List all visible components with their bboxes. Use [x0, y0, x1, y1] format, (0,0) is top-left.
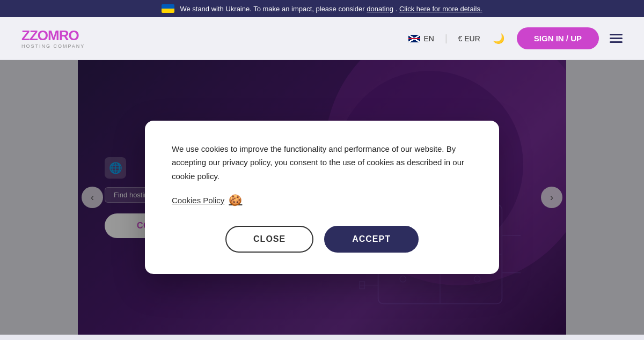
cookie-body-text: We use cookies to improve the functional…: [172, 142, 472, 183]
cookie-policy-label: Cookies Policy: [172, 196, 224, 205]
cookie-emoji: 🍪: [229, 194, 242, 206]
cookie-policy-link[interactable]: Cookies Policy 🍪: [172, 194, 242, 206]
logo-subtitle: HOSTING COMPANY: [21, 43, 85, 49]
cookie-modal: We use cookies to improve the functional…: [145, 121, 499, 275]
close-button[interactable]: CLOSE: [225, 226, 313, 253]
sign-in-button[interactable]: SIGN IN / UP: [517, 27, 599, 49]
header-controls: EN | € EUR 🌙 SIGN IN / UP: [408, 27, 623, 49]
ukraine-flag-icon: [162, 4, 174, 13]
hamburger-menu[interactable]: [610, 34, 623, 43]
accept-button[interactable]: ACCEPT: [324, 226, 419, 253]
language-selector[interactable]: EN: [408, 34, 434, 43]
flag-icon: [408, 35, 420, 42]
modal-overlay: We use cookies to improve the functional…: [0, 60, 644, 335]
ukraine-text: We stand with Ukraine. To make an impact…: [180, 5, 482, 13]
header: ZZOMRO HOSTING COMPANY EN | € EUR 🌙 SIGN…: [0, 17, 644, 60]
details-link[interactable]: Click here for more details.: [399, 5, 482, 13]
currency-label: € EUR: [458, 34, 480, 43]
cookie-policy-row: Cookies Policy 🍪: [172, 194, 472, 226]
donating-link[interactable]: donating: [367, 5, 393, 13]
divider: |: [445, 33, 448, 44]
logo: ZZOMRO HOSTING COMPANY: [21, 28, 85, 49]
logo-text: ZZOMRO: [21, 28, 79, 42]
main-area: 🌐 Find hosting and save money CONNECT ‹ …: [0, 60, 644, 335]
language-label: EN: [423, 34, 434, 43]
dark-mode-toggle[interactable]: 🌙: [491, 31, 506, 46]
ukraine-banner: We stand with Ukraine. To make an impact…: [0, 0, 644, 17]
cookie-buttons: CLOSE ACCEPT: [172, 226, 472, 253]
